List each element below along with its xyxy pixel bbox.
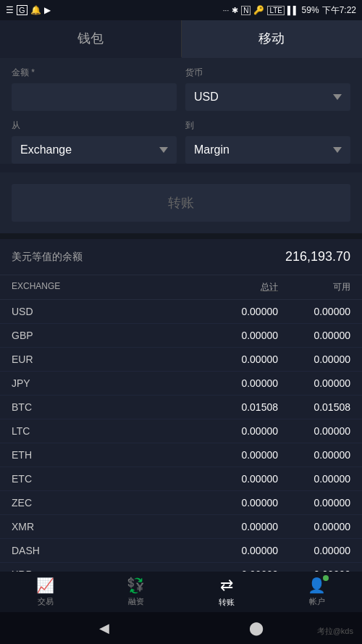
table-row: ETH 0.00000 0.00000: [0, 443, 362, 467]
table-header: EXCHANGE 总计 可用: [0, 275, 362, 300]
to-arrow-icon: [333, 147, 342, 153]
battery-value: 59%: [302, 5, 319, 15]
watermark: 考拉@kds: [317, 626, 353, 637]
online-dot: [323, 575, 329, 581]
status-right-icons: ··· ✱ N 🔑 LTE ▌▌ 59% 下午7:22: [223, 4, 356, 17]
row-total-1: 0.00000: [191, 330, 278, 341]
from-select[interactable]: Exchange: [12, 136, 177, 164]
table-row: LTC 0.00000 0.00000: [0, 419, 362, 443]
account-label: 帐户: [309, 596, 325, 607]
table-row: XMR 0.00000 0.00000: [0, 515, 362, 539]
home-button[interactable]: ⬤: [249, 620, 264, 636]
row-currency-0: USD: [12, 306, 191, 317]
table-section: EXCHANGE 总计 可用 USD 0.00000 0.00000 GBP 0…: [0, 275, 362, 587]
tab-wallet[interactable]: 钱包: [0, 20, 182, 58]
currency-label: 货币: [185, 67, 350, 79]
balance-value: 216,193.70: [285, 249, 350, 264]
amount-input[interactable]: [12, 83, 177, 111]
to-label: 到: [185, 120, 350, 132]
amount-group: 金额 *: [12, 67, 177, 111]
nav-account[interactable]: 👤 帐户: [272, 577, 362, 607]
system-bar: ◀ ⬤ 考拉@kds: [0, 612, 362, 644]
row-available-7: 0.00000: [278, 473, 350, 485]
currency-value: USD: [194, 91, 219, 104]
table-body: USD 0.00000 0.00000 GBP 0.00000 0.00000 …: [0, 300, 362, 587]
col-available-header: 可用: [278, 281, 350, 293]
row-total-6: 0.00000: [191, 449, 278, 461]
account-icon: 👤: [308, 577, 326, 594]
row-available-5: 0.00000: [278, 425, 350, 437]
time-display: 下午7:22: [322, 4, 356, 17]
menu-icon: ☰: [6, 5, 14, 15]
row-available-2: 0.00000: [278, 354, 350, 365]
row-available-4: 0.01508: [278, 401, 350, 413]
nav-trade[interactable]: 📈 交易: [0, 577, 90, 607]
transfer-label: 转账: [219, 597, 235, 608]
table-row: USD 0.00000 0.00000: [0, 300, 362, 324]
row-total-10: 0.00000: [191, 545, 278, 556]
row-available-3: 0.00000: [278, 377, 350, 389]
to-group: 到 Margin: [185, 120, 350, 164]
play-icon: ▶: [44, 5, 51, 15]
currency-arrow-icon: [333, 94, 342, 100]
row-available-10: 0.00000: [278, 545, 350, 556]
bt-icon: ✱: [232, 6, 238, 15]
row-currency-3: JPY: [12, 377, 191, 389]
row-currency-4: BTC: [12, 401, 191, 413]
row-currency-7: ETC: [12, 473, 191, 485]
amount-label: 金额 *: [12, 67, 177, 79]
row-currency-5: LTC: [12, 425, 191, 437]
currency-group: 货币 USD: [185, 67, 350, 111]
currency-select[interactable]: USD: [185, 83, 350, 111]
transfer-button[interactable]: 转账: [12, 184, 350, 222]
dots-icon: ···: [223, 7, 229, 14]
row-currency-9: XMR: [12, 521, 191, 532]
row-available-9: 0.00000: [278, 521, 350, 532]
row-total-5: 0.00000: [191, 425, 278, 437]
row-available-1: 0.00000: [278, 330, 350, 341]
top-tabs: 钱包 移动: [0, 20, 362, 58]
from-label: 从: [12, 120, 177, 132]
row-currency-8: ZEC: [12, 497, 191, 509]
trade-label: 交易: [38, 596, 54, 607]
balance-section: 美元等值的余额 216,193.70: [0, 239, 362, 275]
row-total-0: 0.00000: [191, 306, 278, 317]
transfer-btn-area: 转账: [0, 172, 362, 233]
row-total-3: 0.00000: [191, 377, 278, 389]
bottom-nav: 📈 交易 💱 融资 ⇄ 转账 👤 帐户: [0, 572, 362, 612]
back-button[interactable]: ◀: [99, 620, 109, 636]
from-arrow-icon: [159, 147, 168, 153]
status-bar: ☰ G 🔔 ▶ ··· ✱ N 🔑 LTE ▌▌ 59% 下午7:22: [0, 0, 362, 20]
funding-label: 融资: [128, 596, 144, 607]
nav-transfer[interactable]: ⇄ 转账: [181, 576, 272, 608]
row-currency-6: ETH: [12, 449, 191, 461]
from-to-row: 从 Exchange 到 Margin: [12, 120, 350, 164]
signal-icon: ▌▌: [287, 6, 299, 14]
row-total-9: 0.00000: [191, 521, 278, 532]
to-select[interactable]: Margin: [185, 136, 350, 164]
table-row: ZEC 0.00000 0.00000: [0, 491, 362, 515]
to-value: Margin: [194, 143, 230, 156]
row-currency-2: EUR: [12, 354, 191, 365]
table-section-header: EXCHANGE: [12, 281, 191, 293]
tab-move[interactable]: 移动: [182, 20, 363, 58]
status-left-icons: ☰ G 🔔 ▶: [6, 5, 51, 15]
bell-icon: 🔔: [30, 5, 41, 15]
trade-icon: 📈: [36, 577, 54, 594]
funding-icon: 💱: [127, 577, 145, 594]
row-currency-1: GBP: [12, 330, 191, 341]
table-row: BTC 0.01508 0.01508: [0, 396, 362, 419]
row-total-8: 0.00000: [191, 497, 278, 509]
row-total-7: 0.00000: [191, 473, 278, 485]
from-value: Exchange: [20, 143, 72, 156]
table-row: DASH 0.00000 0.00000: [0, 539, 362, 563]
table-row: JPY 0.00000 0.00000: [0, 372, 362, 396]
nav-funding[interactable]: 💱 融资: [90, 577, 181, 607]
g-icon: G: [17, 5, 28, 15]
balance-label: 美元等值的余额: [12, 251, 83, 264]
row-total-4: 0.01508: [191, 401, 278, 413]
row-currency-10: DASH: [12, 545, 191, 556]
table-row: ETC 0.00000 0.00000: [0, 467, 362, 491]
form-area: 金额 * 货币 USD 从 Exchange 到 Margin: [0, 58, 362, 164]
row-total-2: 0.00000: [191, 354, 278, 365]
